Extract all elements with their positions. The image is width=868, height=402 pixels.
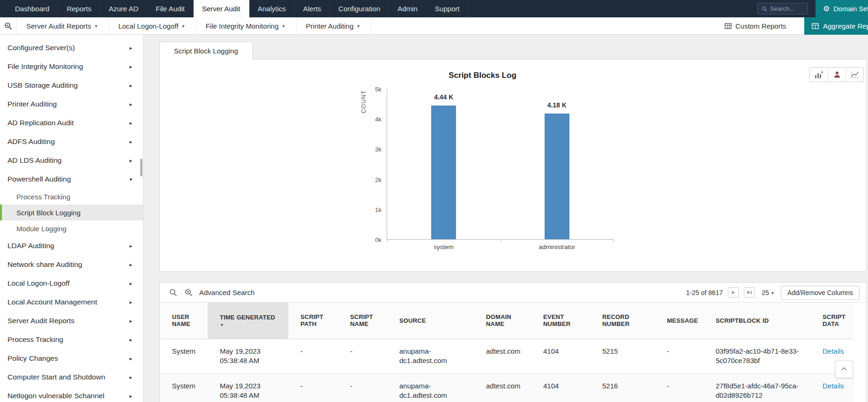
next-page-button[interactable]	[728, 287, 739, 298]
scroll-to-top-button[interactable]	[835, 360, 853, 378]
chevron-down-icon: ▾	[129, 177, 132, 182]
nav-search[interactable]	[757, 3, 808, 15]
custom-reports-label: Custom Reports	[735, 22, 786, 30]
column-header-source[interactable]: SOURCE	[387, 303, 474, 339]
nav-item-analytics[interactable]: Analytics	[249, 0, 295, 17]
column-header-time-generated[interactable]: TIME GENERATED▼	[208, 303, 288, 339]
sidebar-item-file-integrity-monitoring[interactable]: File Integrity Monitoring▸	[0, 57, 143, 76]
aggregate-reports-button[interactable]: Aggregate Reports	[804, 17, 868, 35]
cell-record-number: 5215	[590, 339, 655, 373]
chart-card: Script Blocks Log COUNT 0k1k2k3k4k5k4.44…	[159, 59, 867, 272]
nav-item-configuration[interactable]: Configuration	[330, 0, 389, 17]
domain-settings-button[interactable]: ⚙ Domain Settings	[816, 0, 868, 17]
chevron-right-icon: ▸	[129, 319, 132, 324]
sidebar-item-adfs-auditing[interactable]: ADFS Auditing▸	[0, 132, 143, 151]
last-page-button[interactable]	[744, 287, 755, 298]
column-header-domain-name[interactable]: DOMAIN NAME	[474, 303, 531, 339]
sidebar-item-server-audit-reports[interactable]: Server Audit Reports▸	[0, 311, 143, 330]
bar-administrator[interactable]	[545, 114, 569, 239]
cell-message: -	[655, 339, 703, 373]
sidebar-scrollbar[interactable]	[140, 159, 142, 176]
report-finder-icon[interactable]	[0, 17, 17, 34]
sidebar-item-local-account-management[interactable]: Local Account Management▸	[0, 293, 143, 311]
sidebar-item-ad-replication-audit[interactable]: AD Replication Audit▸	[0, 114, 143, 132]
advanced-search-label[interactable]: Advanced Search	[199, 288, 254, 296]
cell-script-path: -	[288, 373, 338, 402]
column-header-event-number[interactable]: EVENT NUMBER	[531, 303, 590, 339]
sidebar-subitem-process-tracking[interactable]: Process Tracking	[0, 189, 143, 205]
nav-item-server-audit[interactable]: Server Audit	[194, 0, 249, 17]
nav-item-azure-ad[interactable]: Azure AD	[100, 0, 147, 17]
page-size-select[interactable]: 25 ▾	[760, 289, 776, 296]
cell-domain-name: adtest.com	[474, 339, 531, 373]
nav-item-alerts[interactable]: Alerts	[295, 0, 330, 17]
trend-chart-icon[interactable]	[846, 68, 863, 82]
sidebar-subitem-module-logging[interactable]: Module Logging	[0, 220, 143, 236]
column-header-message[interactable]: MESSAGE	[655, 303, 703, 339]
chevron-right-icon: ▸	[129, 356, 132, 361]
cell-time-generated: May 19,2023 05:38:48 AM	[208, 373, 288, 402]
sidebar-item-configured-server-s[interactable]: Configured Server(s)▸	[0, 38, 143, 57]
tab-script-block-logging[interactable]: Script Block Logging	[159, 42, 253, 60]
sidebar-item-ad-lds-auditing[interactable]: AD LDS Auditing▸	[0, 151, 143, 170]
sidebar-item-label: Server Audit Reports	[7, 317, 75, 325]
chevron-right-icon: ▸	[129, 281, 132, 286]
sidebar-item-process-tracking[interactable]: Process Tracking▸	[0, 330, 143, 349]
column-header-script-path[interactable]: SCRIPT PATH	[288, 303, 338, 339]
nav-item-reports[interactable]: Reports	[58, 0, 100, 17]
table-body: SystemMay 19,2023 05:38:48 AM--anupama-d…	[160, 339, 854, 402]
search-input[interactable]	[770, 5, 803, 12]
sidebar-subitem-script-block-logging[interactable]: Script Block Logging	[0, 205, 143, 220]
sidebar-item-label: Policy Changes	[7, 354, 58, 363]
results-table: USER NAMETIME GENERATED▼SCRIPT PATHSCRIP…	[160, 303, 854, 402]
sidebar-item-powershell-auditing[interactable]: Powershell Auditing▾	[0, 170, 143, 189]
column-header-script-data[interactable]: SCRIPT DATA	[810, 303, 854, 339]
advanced-search-icon[interactable]	[185, 288, 193, 296]
sidebar-item-label: Printer Auditing	[7, 100, 57, 108]
pagination: 1-25 of 8617 25 ▾ Add/Remove Columns	[686, 286, 860, 300]
custom-reports-button[interactable]: Custom Reports	[725, 17, 786, 35]
nav-item-dashboard[interactable]: Dashboard	[7, 0, 58, 17]
sidebar: Configured Server(s)▸File Integrity Moni…	[0, 35, 143, 402]
sidebar-item-computer-start-and-shutdown[interactable]: Computer Start and Shutdown▸	[0, 368, 143, 387]
chevron-right-icon: ▸	[129, 337, 132, 342]
sidebar-item-label: LDAP Auditing	[7, 242, 54, 250]
top-nav-items: DashboardReportsAzure ADFile AuditServer…	[7, 0, 468, 17]
cell-user-name: System	[160, 373, 208, 402]
sidebar-item-ldap-auditing[interactable]: LDAP Auditing▸	[0, 236, 143, 255]
top-nav: DashboardReportsAzure ADFile AuditServer…	[0, 0, 868, 17]
bar-system[interactable]	[431, 106, 456, 239]
details-link[interactable]: Details	[823, 382, 844, 390]
details-link[interactable]: Details	[823, 347, 844, 355]
nav-item-file-audit[interactable]: File Audit	[147, 0, 194, 17]
report-dropdown-printer-auditing[interactable]: Printer Auditing▾	[297, 17, 372, 34]
user-report-icon[interactable]	[828, 68, 846, 82]
sidebar-item-policy-changes[interactable]: Policy Changes▸	[0, 349, 143, 368]
nav-item-support[interactable]: Support	[427, 0, 469, 17]
sidebar-item-label: Computer Start and Shutdown	[7, 373, 105, 381]
pagination-range: 1-25 of 8617	[686, 289, 723, 296]
report-dropdown-file-integrity-monitoring[interactable]: File Integrity Monitoring▾	[196, 17, 297, 34]
chevron-right-icon: ▸	[129, 46, 132, 51]
nav-item-admin[interactable]: Admin	[389, 0, 427, 17]
sidebar-item-network-share-auditing[interactable]: Network share Auditing▸	[0, 255, 143, 274]
cell-scriptblock-id: 27f8d5e1-afdc-46a7-95ca-d02d8926b712	[703, 373, 810, 402]
add-remove-columns-button[interactable]: Add/Remove Columns	[781, 286, 860, 300]
column-header-script-name[interactable]: SCRIPT NAME	[338, 303, 387, 339]
sidebar-item-usb-storage-auditing[interactable]: USB Storage Auditing▸	[0, 76, 143, 95]
report-dropdown-server-audit-reports[interactable]: Server Audit Reports▾	[17, 17, 109, 34]
sidebar-item-local-logon-logoff[interactable]: Local Logon-Logoff▸	[0, 274, 143, 293]
cell-source: anupama-dc1.adtest.com	[387, 339, 474, 373]
column-header-user-name[interactable]: USER NAME	[160, 303, 208, 339]
search-icon[interactable]	[169, 288, 177, 296]
sidebar-item-printer-auditing[interactable]: Printer Auditing▸	[0, 95, 143, 114]
sidebar-item-label: Local Account Management	[7, 298, 97, 306]
report-dropdown-local-logon-logoff[interactable]: Local Logon-Logoff▾	[109, 17, 196, 34]
add-chart-icon[interactable]	[810, 68, 828, 82]
table-row: SystemMay 19,2023 05:38:48 AM--anupama-d…	[160, 373, 854, 402]
column-header-scriptblock-id[interactable]: SCRIPTBLOCK ID	[703, 303, 810, 339]
sidebar-item-netlogon-vulnerable-schannel[interactable]: Netlogon vulnerable Schannel▸	[0, 387, 143, 402]
cell-script-name: -	[338, 339, 387, 373]
chevron-right-icon: ▸	[129, 158, 132, 163]
column-header-record-number[interactable]: RECORD NUMBER	[590, 303, 655, 339]
